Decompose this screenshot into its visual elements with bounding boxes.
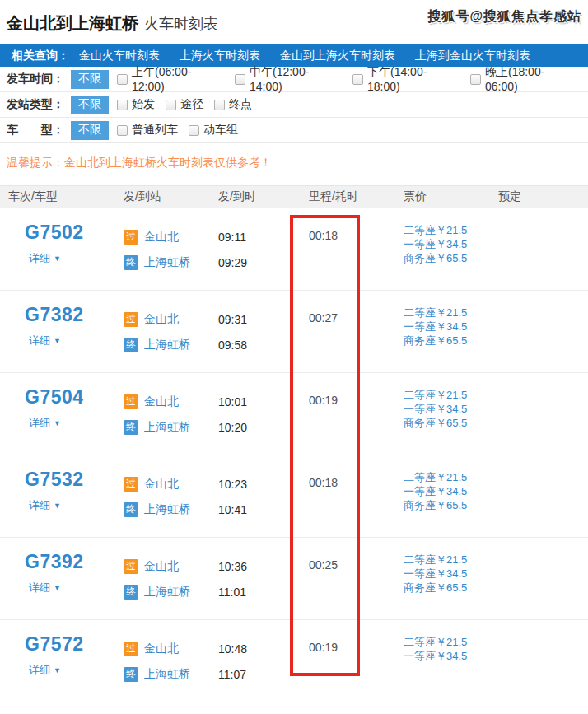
from-station-link[interactable]: 金山北 <box>144 559 179 574</box>
detail-link[interactable]: 详细▼ <box>25 498 124 513</box>
price: 一等座￥34.5 <box>404 567 498 581</box>
price-list: 二等座￥21.5一等座￥34.5商务座￥65.5 <box>404 373 498 455</box>
related-link-1[interactable]: 上海火车时刻表 <box>180 49 260 63</box>
detail-label: 详细 <box>29 251 50 266</box>
filter-option[interactable]: 始发 <box>117 97 155 112</box>
from-station-line: 过金山北 <box>124 636 218 661</box>
caret-down-icon: ▼ <box>54 585 61 592</box>
from-station-link[interactable]: 金山北 <box>144 312 179 327</box>
terminal-badge: 终 <box>124 338 138 352</box>
filter-label: 发车时间： <box>7 72 64 86</box>
departure-time: 10:23 <box>218 471 309 497</box>
checkbox-icon[interactable] <box>214 100 225 110</box>
price: 商务座￥65.5 <box>404 251 498 265</box>
to-station-link[interactable]: 上海虹桥 <box>144 338 190 352</box>
checkbox-icon[interactable] <box>117 74 128 85</box>
terminal-badge: 终 <box>124 420 138 435</box>
duration: 00:18 <box>309 476 338 489</box>
departure-time: 10:48 <box>218 636 309 661</box>
to-station-line: 终上海虹桥 <box>124 497 218 522</box>
filter-row-2: 车 型：不限普通列车动车组 <box>0 118 588 143</box>
detail-link[interactable]: 详细▼ <box>25 663 124 678</box>
pass-badge: 过 <box>124 312 138 327</box>
booking-cell <box>498 538 588 619</box>
detail-label: 详细 <box>29 334 50 348</box>
train-number-link[interactable]: G7502 <box>25 222 84 244</box>
detail-link[interactable]: 详细▼ <box>25 416 124 431</box>
column-header: 发/到站 <box>124 189 218 204</box>
pass-badge: 过 <box>124 230 138 245</box>
unlimited-button[interactable]: 不限 <box>71 96 109 114</box>
train-number-link[interactable]: G7504 <box>25 386 84 408</box>
unlimited-button[interactable]: 不限 <box>71 70 109 89</box>
filter-option[interactable]: 普通列车 <box>117 123 178 138</box>
from-station-line: 过金山北 <box>124 389 218 414</box>
booking-cell <box>498 373 588 455</box>
checkbox-icon[interactable] <box>235 74 245 85</box>
detail-link[interactable]: 详细▼ <box>25 251 124 266</box>
train-number-link[interactable]: G7382 <box>25 304 84 326</box>
to-station-line: 终上海虹桥 <box>124 332 218 357</box>
from-station-link[interactable]: 金山北 <box>144 394 179 409</box>
booking-cell <box>498 208 588 290</box>
checkbox-icon[interactable] <box>117 125 128 136</box>
related-queries-label: 相关查询： <box>12 49 69 63</box>
watermark: 搜狐号@搜狐焦点孝感站 <box>427 8 581 26</box>
filter-option-label: 晚上(18:00-06:00) <box>485 65 577 93</box>
to-station-link[interactable]: 上海虹桥 <box>144 420 190 435</box>
detail-link[interactable]: 详细▼ <box>25 334 124 348</box>
departure-time: 10:36 <box>218 553 309 579</box>
filter-option[interactable]: 途径 <box>166 97 203 112</box>
train-row: G7504详细▼过金山北终上海虹桥10:0110:2000:19二等座￥21.5… <box>0 373 588 455</box>
to-station-link[interactable]: 上海虹桥 <box>144 255 190 270</box>
checkbox-icon[interactable] <box>166 100 176 110</box>
to-station-line: 终上海虹桥 <box>124 661 218 687</box>
train-number-link[interactable]: G7572 <box>25 633 84 656</box>
filter-option[interactable]: 下午(14:00-18:00) <box>352 65 460 93</box>
terminal-badge: 终 <box>124 255 138 270</box>
duration: 00:18 <box>309 229 338 242</box>
checkbox-icon[interactable] <box>117 100 128 110</box>
price: 二等座￥21.5 <box>404 388 498 402</box>
from-station-link[interactable]: 金山北 <box>144 230 179 245</box>
unlimited-button[interactable]: 不限 <box>71 121 109 140</box>
to-station-link[interactable]: 上海虹桥 <box>144 502 190 517</box>
to-station-link[interactable]: 上海虹桥 <box>144 667 190 682</box>
related-link-0[interactable]: 金山火车时刻表 <box>79 49 160 63</box>
train-number-link[interactable]: G7392 <box>25 551 84 573</box>
terminal-badge: 终 <box>124 585 138 600</box>
filter-label: 车 型： <box>7 123 64 138</box>
checkbox-icon[interactable] <box>352 74 363 85</box>
price-list: 二等座￥21.5一等座￥34.5商务座￥65.5 <box>404 291 498 372</box>
pass-badge: 过 <box>124 559 138 574</box>
arrival-time: 09:58 <box>218 332 309 357</box>
filter-option[interactable]: 上午(06:00-12:00) <box>117 65 224 93</box>
related-link-2[interactable]: 金山到上海火车时刻表 <box>280 49 395 63</box>
to-station-line: 终上海虹桥 <box>124 414 218 440</box>
from-station-link[interactable]: 金山北 <box>144 642 179 656</box>
to-station-link[interactable]: 上海虹桥 <box>144 585 190 600</box>
from-station-line: 过金山北 <box>124 224 218 250</box>
detail-link[interactable]: 详细▼ <box>25 581 124 595</box>
train-timetable-page: 金山北到上海虹桥火车时刻表 搜狐号@搜狐焦点孝感站 相关查询： 金山火车时刻表上… <box>0 0 588 714</box>
from-station-link[interactable]: 金山北 <box>144 477 179 492</box>
checkbox-icon[interactable] <box>470 74 481 85</box>
train-row: G7502详细▼过金山北终上海虹桥09:1109:2900:18二等座￥21.5… <box>0 208 588 291</box>
detail-label: 详细 <box>29 416 50 431</box>
filter-option[interactable]: 终点 <box>214 97 252 112</box>
filter-option[interactable]: 晚上(18:00-06:00) <box>470 65 577 93</box>
filter-option[interactable]: 动车组 <box>189 123 238 138</box>
price: 商务座￥65.5 <box>404 498 498 512</box>
filter-option[interactable]: 中午(12:00-14:00) <box>235 65 342 93</box>
checkbox-icon[interactable] <box>189 125 199 136</box>
related-link-3[interactable]: 上海到金山火车时刻表 <box>415 49 530 63</box>
booking-cell <box>498 620 588 702</box>
arrival-time: 10:20 <box>218 414 309 440</box>
filter-option-label: 终点 <box>229 97 252 112</box>
from-station-line: 过金山北 <box>124 471 218 497</box>
price: 二等座￥21.5 <box>404 223 498 237</box>
train-number-link[interactable]: G7532 <box>25 469 84 491</box>
duration: 00:27 <box>309 311 338 324</box>
price: 一等座￥34.5 <box>404 402 498 416</box>
to-station-line: 终上海虹桥 <box>124 579 218 604</box>
